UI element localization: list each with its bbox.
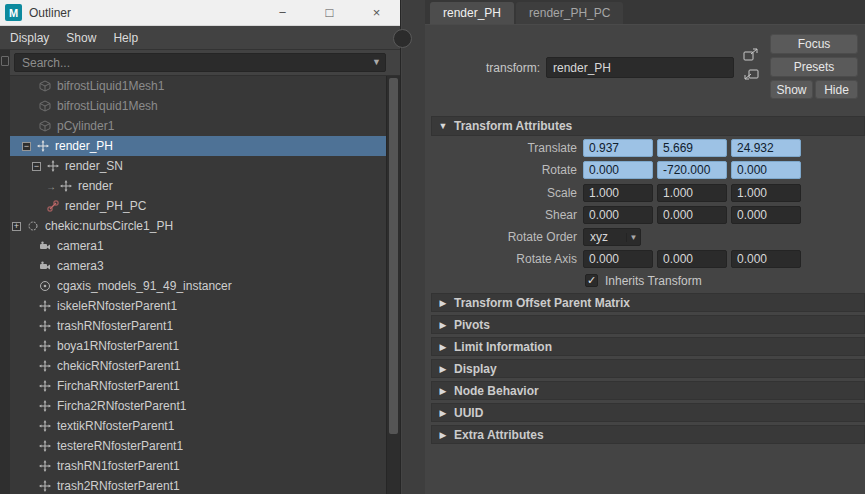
child-arrow-icon: → bbox=[46, 181, 56, 192]
close-button[interactable]: × bbox=[353, 0, 400, 26]
tab-render_PH[interactable]: render_PH bbox=[430, 2, 514, 24]
collapse-expander-icon[interactable]: − bbox=[22, 142, 31, 151]
transform-icon bbox=[38, 380, 52, 393]
tree-item-FirchaRNfosterParent1[interactable]: FirchaRNfosterParent1 bbox=[10, 376, 386, 396]
camera-icon bbox=[38, 240, 52, 253]
section-collapsed-icon: ▶ bbox=[432, 430, 454, 440]
tree-item-label: chekicRNfosterParent1 bbox=[57, 359, 180, 373]
tree-item-render[interactable]: → render bbox=[10, 176, 386, 196]
tab-label: render_PH bbox=[443, 6, 501, 20]
tree-item-bifrostLiquid1Mesh[interactable]: bifrostLiquid1Mesh bbox=[10, 96, 386, 116]
tree-item-label: chekic:nurbsCircle1_PH bbox=[45, 219, 173, 233]
translate-x-field[interactable] bbox=[583, 139, 653, 157]
section-title: Extra Attributes bbox=[454, 428, 544, 442]
scrollbar-thumb[interactable] bbox=[389, 78, 398, 434]
tab-render_PH_PC[interactable]: render_PH_PC bbox=[516, 2, 623, 24]
rotate-order-dropdown[interactable]: xyz ▼ bbox=[583, 228, 641, 246]
inherits-transform-checkbox[interactable]: ✓ bbox=[585, 274, 598, 287]
camera-icon bbox=[38, 260, 52, 273]
section-uuid[interactable]: ▶ UUID bbox=[431, 403, 865, 422]
shear-z-field[interactable] bbox=[731, 206, 801, 224]
rotate-x-field[interactable] bbox=[583, 161, 653, 179]
tree-item-label: trash2RNfosterParent1 bbox=[57, 479, 180, 493]
tree-item-iskeleRNfosterParent1[interactable]: iskeleRNfosterParent1 bbox=[10, 296, 386, 316]
tearoff-copy-icon-button[interactable] bbox=[741, 46, 761, 63]
collapse-expander-icon[interactable]: − bbox=[32, 162, 41, 171]
tree-item-render_PH[interactable]: − render_PH bbox=[10, 136, 386, 156]
transform-icon bbox=[38, 420, 52, 433]
rotate-order-row: Rotate Order xyz ▼ bbox=[425, 228, 865, 247]
tree-item-textikRNfosterParent1[interactable]: textikRNfosterParent1 bbox=[10, 416, 386, 436]
transform-icon bbox=[38, 440, 52, 453]
section-extra-attributes[interactable]: ▶ Extra Attributes bbox=[431, 425, 865, 444]
tree-item-camera3[interactable]: camera3 bbox=[10, 256, 386, 276]
transform-icon bbox=[38, 340, 52, 353]
hide-button[interactable]: Hide bbox=[815, 80, 858, 99]
menu-show[interactable]: Show bbox=[66, 31, 96, 45]
dock-icon-button[interactable] bbox=[741, 66, 761, 83]
search-filter-dropdown-icon[interactable]: ▼ bbox=[372, 57, 381, 67]
tree-item-render_SN[interactable]: − render_SN bbox=[10, 156, 386, 176]
scale-x-field[interactable] bbox=[583, 184, 653, 202]
scale-label: Scale bbox=[425, 186, 577, 200]
presets-button[interactable]: Presets bbox=[770, 57, 858, 77]
menu-help[interactable]: Help bbox=[113, 31, 138, 45]
rotate-axis-x-field[interactable] bbox=[583, 250, 653, 268]
tree-item-chekicRNfosterParent1[interactable]: chekicRNfosterParent1 bbox=[10, 356, 386, 376]
transform-name-field[interactable] bbox=[546, 57, 734, 78]
collapse-expander-icon[interactable]: + bbox=[12, 222, 21, 231]
menu-display[interactable]: Display bbox=[10, 31, 49, 45]
tree-item-trashRNfosterParent1[interactable]: trashRNfosterParent1 bbox=[10, 316, 386, 336]
tree-item-camera1[interactable]: camera1 bbox=[10, 236, 386, 256]
tree-item-boya1RNfosterParent1[interactable]: boya1RNfosterParent1 bbox=[10, 336, 386, 356]
window-controls: − □ × bbox=[259, 0, 400, 26]
focus-button[interactable]: Focus bbox=[770, 34, 858, 54]
tree-item-label: pCylinder1 bbox=[57, 119, 114, 133]
window-title: Outliner bbox=[29, 6, 71, 20]
scale-y-field[interactable] bbox=[657, 184, 727, 202]
translate-z-field[interactable] bbox=[731, 139, 801, 157]
section-transform-attributes[interactable]: ▼ Transform Attributes bbox=[431, 116, 865, 136]
show-button[interactable]: Show bbox=[770, 80, 813, 99]
section-collapsed-icon: ▶ bbox=[432, 320, 454, 330]
panel-toggle-icon[interactable] bbox=[1, 56, 9, 66]
section-pivots[interactable]: ▶ Pivots bbox=[431, 315, 865, 334]
outliner-window: M Outliner − □ × Display Show Help ▼ bif… bbox=[0, 0, 401, 494]
section-node-behavior[interactable]: ▶ Node Behavior bbox=[431, 381, 865, 400]
maximize-icon: □ bbox=[326, 5, 334, 20]
shear-label: Shear bbox=[425, 208, 577, 222]
outliner-left-gutter bbox=[0, 50, 10, 494]
translate-y-field[interactable] bbox=[657, 139, 727, 157]
tree-item-trash2RNfosterParent1[interactable]: trash2RNfosterParent1 bbox=[10, 476, 386, 494]
rotate-axis-y-field[interactable] bbox=[657, 250, 727, 268]
search-input[interactable] bbox=[14, 53, 386, 72]
rotate-axis-row: Rotate Axis bbox=[425, 250, 865, 269]
tree-item-testereRNfosterParent1[interactable]: testereRNfosterParent1 bbox=[10, 436, 386, 456]
transform-icon bbox=[38, 460, 52, 473]
dock-icon bbox=[743, 68, 759, 82]
section-collapsed-icon: ▶ bbox=[432, 408, 454, 418]
outliner-scrollbar[interactable] bbox=[386, 76, 400, 494]
shear-x-field[interactable] bbox=[583, 206, 653, 224]
section-display[interactable]: ▶ Display bbox=[431, 359, 865, 378]
rotate-axis-label: Rotate Axis bbox=[425, 252, 577, 266]
tree-item-render_PH_PC[interactable]: render_PH_PC bbox=[10, 196, 386, 216]
rotate-order-value: xyz bbox=[584, 230, 626, 244]
scale-z-field[interactable] bbox=[731, 184, 801, 202]
tree-item-trashRN1fosterParent1[interactable]: trashRN1fosterParent1 bbox=[10, 456, 386, 476]
rotate-axis-z-field[interactable] bbox=[731, 250, 801, 268]
shear-y-field[interactable] bbox=[657, 206, 727, 224]
tree-item-instancer[interactable]: cgaxis_models_91_49_instancer bbox=[10, 276, 386, 296]
tree-item-label: cgaxis_models_91_49_instancer bbox=[57, 279, 232, 293]
tree-item-chekic-nurbsCircle1_PH[interactable]: + chekic:nurbsCircle1_PH bbox=[10, 216, 386, 236]
rotate-y-field[interactable] bbox=[657, 161, 727, 179]
tree-item-bifrostLiquid1Mesh1[interactable]: bifrostLiquid1Mesh1 bbox=[10, 76, 386, 96]
maximize-button[interactable]: □ bbox=[306, 0, 353, 26]
minimize-button[interactable]: − bbox=[259, 0, 306, 26]
section-transform-offset-parent-matrix[interactable]: ▶ Transform Offset Parent Matrix bbox=[431, 293, 865, 312]
tree-item-Fircha2RNfosterParent1[interactable]: Fircha2RNfosterParent1 bbox=[10, 396, 386, 416]
section-limit-information[interactable]: ▶ Limit Information bbox=[431, 337, 865, 356]
tree-item-pCylinder1[interactable]: pCylinder1 bbox=[10, 116, 386, 136]
rotate-z-field[interactable] bbox=[731, 161, 801, 179]
chevron-down-icon: ▼ bbox=[626, 233, 640, 242]
